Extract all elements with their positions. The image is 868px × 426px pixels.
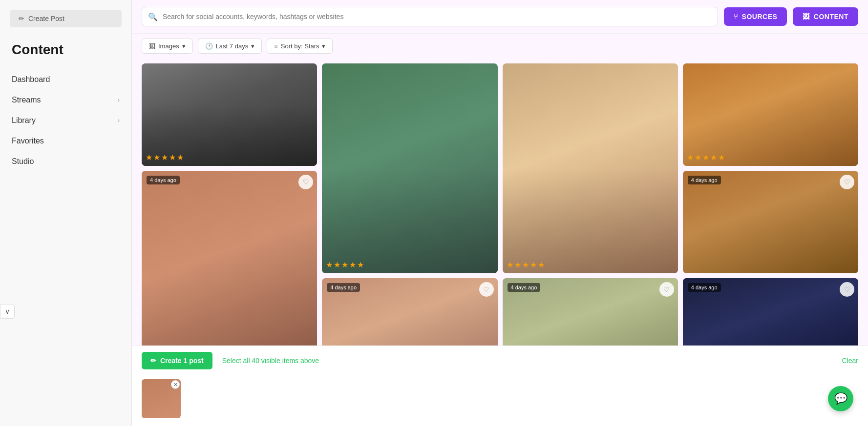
filter-sort-button[interactable]: ≡ Sort by: Stars ▾ — [267, 39, 333, 54]
filter-images-label: Images — [158, 42, 179, 50]
sidebar: ✏ Create Post Content Dashboard Streams … — [0, 0, 132, 426]
content-grid-area: ★★★★★ ★★★★★ ★★★★★ — [132, 59, 868, 345]
main-content: 🔍 ⑂ SOURCES 🖼 CONTENT 🖼 Images ▾ 🕐 Last … — [132, 0, 868, 426]
post-time: 4 days ago — [688, 283, 721, 292]
filter-images-button[interactable]: 🖼 Images ▾ — [142, 39, 193, 54]
feather-icon: ✏ — [150, 357, 156, 365]
chevron-right-icon: › — [118, 97, 120, 103]
sidebar-item-streams[interactable]: Streams › — [0, 90, 131, 110]
create-post-label: Create Post — [28, 15, 64, 22]
favorite-button[interactable]: ♡ — [840, 175, 854, 189]
search-icon: 🔍 — [148, 12, 158, 21]
filter-bar: 🖼 Images ▾ 🕐 Last 7 days ▾ ≡ Sort by: St… — [132, 34, 868, 59]
post-time: 4 days ago — [688, 176, 721, 184]
grid-item-night[interactable]: 4 days ago ♡ — [683, 278, 858, 345]
header-bar: 🔍 ⑂ SOURCES 🖼 CONTENT — [132, 0, 868, 34]
content-grid: ★★★★★ ★★★★★ ★★★★★ — [142, 59, 858, 345]
chevron-right-icon: › — [118, 117, 120, 124]
sidebar-item-label: Library — [12, 116, 36, 125]
sidebar-item-favorites[interactable]: Favorites — [0, 131, 131, 151]
grid-item-girl[interactable]: 4 days ago ♡ — [683, 171, 858, 273]
filter-sort-label: Sort by: Stars — [281, 42, 319, 50]
fab-chat-button[interactable]: 💬 — [828, 386, 853, 411]
grid-item-bird[interactable]: ★★★★★ — [322, 63, 497, 273]
remove-preview-button[interactable]: ✕ — [171, 380, 180, 389]
clear-link[interactable]: Clear — [842, 357, 858, 365]
chevron-down-icon: ▾ — [182, 42, 186, 50]
clock-icon: 🕐 — [205, 42, 213, 50]
star-rating: ★★★★★ — [146, 153, 184, 162]
sidebar-item-studio[interactable]: Studio — [0, 151, 131, 172]
star-rating: ★★★★★ — [687, 153, 725, 162]
chevron-down-icon: ∨ — [5, 307, 10, 315]
filter-time-button[interactable]: 🕐 Last 7 days ▾ — [198, 39, 262, 54]
search-container: 🔍 — [142, 7, 718, 26]
star-rating: ★★★★★ — [507, 260, 545, 269]
post-time: 4 days ago — [327, 283, 360, 292]
create-post-button[interactable]: ✏ Create Post — [10, 10, 122, 27]
sidebar-item-label: Studio — [12, 157, 34, 166]
create-post-action-button[interactable]: ✏ Create 1 post — [142, 352, 212, 369]
image-icon: 🖼 — [803, 13, 810, 20]
sort-icon: ≡ — [274, 42, 278, 50]
content-label: CONTENT — [814, 13, 848, 20]
favorite-button[interactable]: ♡ — [479, 282, 494, 297]
grid-item-family1[interactable]: ★★★★★ — [503, 63, 678, 273]
post-time: 4 days ago — [147, 176, 180, 184]
sources-label: SOURCES — [742, 13, 778, 20]
grid-item-autumn[interactable]: ★★★★★ — [683, 63, 858, 166]
preview-thumb: ✕ — [142, 379, 181, 418]
select-all-link[interactable]: Select all 40 visible items above — [222, 357, 319, 365]
sidebar-item-dashboard[interactable]: Dashboard — [0, 69, 131, 90]
git-branch-icon: ⑂ — [734, 13, 738, 20]
edit-icon: ✏ — [19, 15, 24, 22]
sidebar-item-label: Favorites — [12, 137, 44, 145]
sidebar-title: Content — [0, 42, 131, 69]
create-post-action-label: Create 1 post — [160, 357, 204, 365]
grid-item-family3[interactable]: 4 days ago ♡ — [322, 278, 497, 345]
favorite-button[interactable]: ♡ — [840, 282, 854, 297]
star-rating: ★★★★★ — [326, 260, 364, 269]
content-button[interactable]: 🖼 CONTENT — [793, 7, 858, 26]
search-input[interactable] — [142, 7, 718, 26]
sources-button[interactable]: ⑂ SOURCES — [724, 7, 787, 26]
grid-item-outdoor[interactable]: 4 days ago ♡ — [503, 278, 678, 345]
favorite-button[interactable]: ♡ — [659, 282, 674, 297]
grid-item-family2[interactable]: 4 days ago ♡ ✓ — [142, 171, 317, 345]
sidebar-nav: Dashboard Streams › Library › Favorites … — [0, 69, 131, 172]
chat-icon: 💬 — [834, 392, 847, 405]
scroll-down-indicator[interactable]: ∨ — [0, 304, 15, 319]
chevron-down-icon: ▾ — [322, 42, 325, 50]
sidebar-item-library[interactable]: Library › — [0, 110, 131, 131]
sidebar-item-label: Streams — [12, 96, 41, 104]
grid-item-truck[interactable]: ★★★★★ — [142, 63, 317, 166]
bottom-action-bar: ✏ Create 1 post Select all 40 visible it… — [132, 345, 868, 375]
sidebar-item-label: Dashboard — [12, 75, 50, 84]
post-time: 4 days ago — [508, 283, 541, 292]
image-filter-icon: 🖼 — [149, 42, 155, 50]
preview-row: ✕ — [132, 375, 868, 426]
chevron-down-icon: ▾ — [251, 42, 254, 50]
filter-time-label: Last 7 days — [216, 42, 249, 50]
